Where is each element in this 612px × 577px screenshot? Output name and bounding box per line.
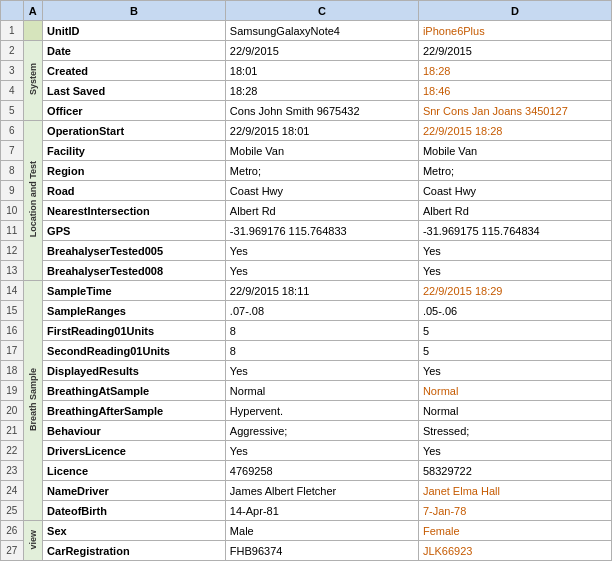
value-c: Coast Hwy: [225, 181, 418, 201]
table-row: 23Licence476925858329722: [1, 461, 612, 481]
value-c: Mobile Van: [225, 141, 418, 161]
table-row: 7FacilityMobile VanMobile Van: [1, 141, 612, 161]
value-c: Normal: [225, 381, 418, 401]
value-d: Yes: [418, 361, 611, 381]
field-name: BreahalyserTested005: [43, 241, 226, 261]
value-c: 22/9/2015 18:11: [225, 281, 418, 301]
value-d: Metro;: [418, 161, 611, 181]
value-c: 4769258: [225, 461, 418, 481]
field-name: Road: [43, 181, 226, 201]
row-number: 17: [1, 341, 24, 361]
table-row: 3Created18:0118:28: [1, 61, 612, 81]
table-row: 21BehaviourAggressive;Stressed;: [1, 421, 612, 441]
value-d: iPhone6Plus: [418, 21, 611, 41]
table-row: 18DisplayedResultsYesYes: [1, 361, 612, 381]
field-name: Officer: [43, 101, 226, 121]
row-number: 22: [1, 441, 24, 461]
value-c: Yes: [225, 261, 418, 281]
table-row: 10NearestIntersectionAlbert RdAlbert Rd: [1, 201, 612, 221]
field-name: BreathingAfterSample: [43, 401, 226, 421]
row-number: 21: [1, 421, 24, 441]
value-d: Female: [418, 521, 611, 541]
row-number: 8: [1, 161, 24, 181]
row-number: 18: [1, 361, 24, 381]
field-name: NearestIntersection: [43, 201, 226, 221]
value-d: 22/9/2015 18:29: [418, 281, 611, 301]
row-number: 5: [1, 101, 24, 121]
value-d: 18:28: [418, 61, 611, 81]
value-d: Snr Cons Jan Joans 3450127: [418, 101, 611, 121]
section-label: System: [23, 41, 43, 121]
value-d: 7-Jan-78: [418, 501, 611, 521]
col-d-header: D: [418, 1, 611, 21]
table-row: 19BreathingAtSampleNormalNormal: [1, 381, 612, 401]
value-c: James Albert Fletcher: [225, 481, 418, 501]
row-number: 12: [1, 241, 24, 261]
value-d: JLK66923: [418, 541, 611, 561]
field-name: Behaviour: [43, 421, 226, 441]
field-name: SampleRanges: [43, 301, 226, 321]
value-d: Albert Rd: [418, 201, 611, 221]
field-name: GPS: [43, 221, 226, 241]
row-number: 27: [1, 541, 24, 561]
value-d: 5: [418, 321, 611, 341]
field-name: DisplayedResults: [43, 361, 226, 381]
table-row: 17SecondReading01Units85: [1, 341, 612, 361]
table-row: 2SystemDate22/9/201522/9/2015: [1, 41, 612, 61]
header-row: A B C D: [1, 1, 612, 21]
field-name: Last Saved: [43, 81, 226, 101]
field-name: CarRegistration: [43, 541, 226, 561]
table-row: 27CarRegistrationFHB96374JLK66923: [1, 541, 612, 561]
field-name: Date: [43, 41, 226, 61]
value-d: Yes: [418, 241, 611, 261]
field-name: SampleTime: [43, 281, 226, 301]
value-c: Yes: [225, 241, 418, 261]
value-c: Male: [225, 521, 418, 541]
value-c: -31.969176 115.764833: [225, 221, 418, 241]
row-number: 6: [1, 121, 24, 141]
value-c: 18:01: [225, 61, 418, 81]
field-name: BreathingAtSample: [43, 381, 226, 401]
value-d: Stressed;: [418, 421, 611, 441]
table-row: 8RegionMetro;Metro;: [1, 161, 612, 181]
value-d: Janet Elma Hall: [418, 481, 611, 501]
table-row: 16FirstReading01Units85: [1, 321, 612, 341]
row-number: 3: [1, 61, 24, 81]
value-d: -31.969175 115.764834: [418, 221, 611, 241]
value-c: 18:28: [225, 81, 418, 101]
row-number: 20: [1, 401, 24, 421]
table-row: 25DateofBirth14-Apr-817-Jan-78: [1, 501, 612, 521]
value-c: Cons John Smith 9675432: [225, 101, 418, 121]
row-number: 25: [1, 501, 24, 521]
row-number: 13: [1, 261, 24, 281]
value-c: Yes: [225, 441, 418, 461]
value-d: 22/9/2015 18:28: [418, 121, 611, 141]
value-c: 8: [225, 321, 418, 341]
value-d: Normal: [418, 401, 611, 421]
table-row: 11GPS-31.969176 115.764833-31.969175 115…: [1, 221, 612, 241]
table-row: 15SampleRanges.07-.08.05-.06: [1, 301, 612, 321]
field-name: Region: [43, 161, 226, 181]
row-number: 10: [1, 201, 24, 221]
value-c: 14-Apr-81: [225, 501, 418, 521]
value-d: 18:46: [418, 81, 611, 101]
field-name: DateofBirth: [43, 501, 226, 521]
table-row: 5OfficerCons John Smith 9675432Snr Cons …: [1, 101, 612, 121]
field-name: UnitID: [43, 21, 226, 41]
value-c: SamsungGalaxyNote4: [225, 21, 418, 41]
table-row: 9RoadCoast HwyCoast Hwy: [1, 181, 612, 201]
section-label: Breath Sample: [23, 281, 43, 521]
table-row: 4Last Saved18:2818:46: [1, 81, 612, 101]
value-d: Yes: [418, 441, 611, 461]
value-d: 22/9/2015: [418, 41, 611, 61]
field-name: Licence: [43, 461, 226, 481]
table-row: 20BreathingAfterSampleHypervent.Normal: [1, 401, 612, 421]
row-number: 15: [1, 301, 24, 321]
row-number: 9: [1, 181, 24, 201]
corner-cell: [1, 1, 24, 21]
table-row: 12BreahalyserTested005YesYes: [1, 241, 612, 261]
spreadsheet: A B C D 1UnitIDSamsungGalaxyNote4iPhone6…: [0, 0, 612, 561]
field-name: SecondReading01Units: [43, 341, 226, 361]
table-row: 13BreahalyserTested008YesYes: [1, 261, 612, 281]
field-name: NameDriver: [43, 481, 226, 501]
